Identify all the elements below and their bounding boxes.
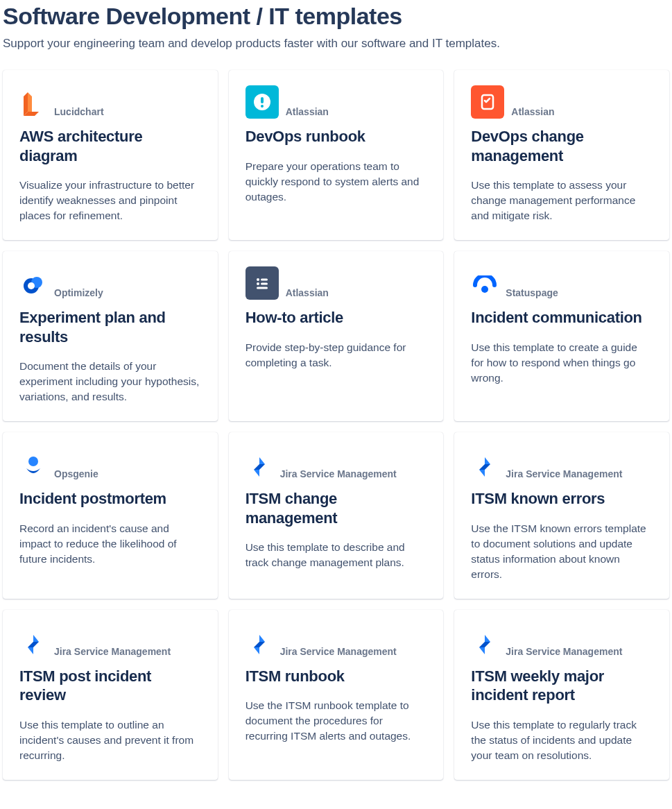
card-title: How-to article — [245, 308, 427, 327]
template-card[interactable]: Jira Service Management ITSM change mana… — [229, 432, 444, 599]
svg-marker-2 — [28, 92, 32, 112]
card-header: Atlassian — [245, 85, 427, 119]
checklist-icon — [471, 85, 504, 119]
template-card[interactable]: Statuspage Incident communication Use th… — [454, 251, 669, 421]
jsm-icon — [245, 631, 273, 658]
alert-icon — [245, 85, 279, 119]
vendor-label: Atlassian — [286, 287, 329, 300]
card-header: Jira Service Management — [19, 625, 201, 658]
template-card[interactable]: Opsgenie Incident postmortem Record an i… — [3, 432, 218, 599]
card-header: Jira Service Management — [471, 448, 653, 481]
card-description: Use the ITSM runbook template to documen… — [245, 698, 427, 744]
card-title: AWS architecture diagram — [19, 127, 201, 165]
svg-rect-14 — [257, 287, 268, 289]
card-header: Statuspage — [471, 266, 653, 300]
card-title: DevOps change management — [471, 127, 653, 165]
card-header: Opsgenie — [19, 448, 201, 481]
card-description: Use this template to describe and track … — [245, 540, 427, 570]
card-header: Atlassian — [471, 85, 653, 119]
jsm-icon — [245, 453, 273, 481]
card-description: Use this template to regularly track the… — [471, 717, 653, 763]
vendor-label: Opsgenie — [54, 468, 98, 481]
card-description: Document the details of your experiment … — [19, 359, 201, 404]
list-icon — [245, 266, 279, 300]
card-description: Use this template to assess your change … — [471, 178, 653, 223]
card-description: Use the ITSM known errors template to do… — [471, 521, 653, 582]
vendor-label: Statuspage — [506, 287, 558, 300]
vendor-label: Optimizely — [54, 287, 103, 300]
card-title: ITSM change management — [245, 489, 427, 527]
card-title: Incident postmortem — [19, 489, 201, 509]
template-card[interactable]: Atlassian DevOps change management Use t… — [454, 70, 669, 240]
vendor-label: Atlassian — [286, 106, 329, 119]
card-title: DevOps runbook — [245, 127, 427, 146]
svg-point-10 — [257, 278, 259, 281]
optimizely-icon — [19, 272, 47, 300]
svg-point-16 — [28, 457, 38, 466]
vendor-label: Jira Service Management — [506, 468, 622, 481]
card-description: Visualize your infrastructure to better … — [19, 178, 201, 223]
jsm-icon — [471, 453, 499, 481]
template-card[interactable]: Atlassian How-to article Provide step-by… — [229, 251, 444, 421]
statuspage-icon — [471, 272, 499, 300]
card-title: ITSM post incident review — [19, 667, 201, 705]
svg-point-5 — [261, 105, 264, 108]
vendor-label: Jira Service Management — [54, 646, 171, 658]
svg-point-12 — [257, 282, 259, 285]
templates-grid: Lucidchart AWS architecture diagram Visu… — [3, 70, 669, 780]
svg-point-15 — [481, 286, 488, 293]
svg-point-9 — [28, 282, 35, 289]
template-card[interactable]: Jira Service Management ITSM post incide… — [3, 610, 218, 780]
card-header: Atlassian — [245, 266, 427, 300]
card-header: Lucidchart — [19, 85, 201, 119]
lucidchart-icon — [19, 91, 47, 119]
jsm-icon — [19, 631, 47, 658]
page-subtitle: Support your engineering team and develo… — [3, 37, 669, 51]
card-title: ITSM runbook — [245, 667, 427, 686]
template-card[interactable]: Lucidchart AWS architecture diagram Visu… — [3, 70, 218, 240]
card-description: Prepare your operations team to quickly … — [245, 159, 427, 205]
svg-marker-0 — [24, 92, 28, 116]
card-description: Use this template to outline an incident… — [19, 717, 201, 763]
card-title: ITSM known errors — [471, 489, 653, 509]
template-card[interactable]: Atlassian DevOps runbook Prepare your op… — [229, 70, 444, 240]
vendor-label: Atlassian — [511, 106, 554, 119]
opsgenie-icon — [19, 453, 47, 481]
card-title: Experiment plan and results — [19, 308, 201, 346]
vendor-label: Jira Service Management — [280, 646, 397, 658]
card-title: Incident communication — [471, 308, 653, 327]
card-header: Jira Service Management — [245, 448, 427, 481]
vendor-label: Jira Service Management — [506, 646, 622, 658]
card-title: ITSM weekly major incident report — [471, 667, 653, 705]
template-card[interactable]: Jira Service Management ITSM runbook Use… — [229, 610, 444, 780]
jsm-icon — [471, 631, 499, 658]
vendor-label: Lucidchart — [54, 106, 104, 119]
svg-rect-13 — [261, 283, 268, 285]
vendor-label: Jira Service Management — [280, 468, 397, 481]
template-card[interactable]: Jira Service Management ITSM known error… — [454, 432, 669, 599]
page-title: Software Development / IT templates — [3, 3, 669, 30]
card-header: Jira Service Management — [245, 625, 427, 658]
template-card[interactable]: Optimizely Experiment plan and results D… — [3, 251, 218, 421]
template-card[interactable]: Jira Service Management ITSM weekly majo… — [454, 610, 669, 780]
card-description: Record an incident's cause and impact to… — [19, 521, 201, 567]
card-description: Provide step-by-step guidance for comple… — [245, 340, 427, 371]
card-header: Jira Service Management — [471, 625, 653, 658]
svg-rect-6 — [482, 95, 493, 109]
card-description: Use this template to create a guide for … — [471, 340, 653, 386]
svg-rect-11 — [261, 279, 268, 281]
card-header: Optimizely — [19, 266, 201, 300]
svg-rect-4 — [261, 97, 264, 103]
